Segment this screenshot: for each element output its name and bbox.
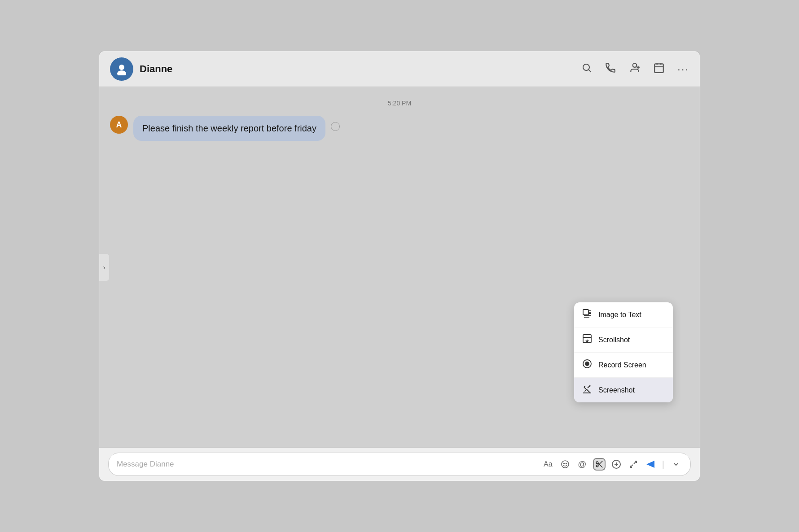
menu-item-record-screen[interactable]: Record Screen [574, 353, 673, 378]
menu-item-screenshot-label: Screenshot [598, 386, 635, 394]
svg-point-25 [562, 461, 569, 468]
scissors-icon[interactable] [593, 458, 606, 471]
sidebar-toggle[interactable]: › [99, 254, 109, 281]
time-label: 5:20 PM [99, 100, 700, 107]
emoji-icon[interactable] [559, 458, 571, 471]
message-placeholder[interactable]: Message Dianne [117, 460, 536, 469]
svg-point-0 [119, 65, 124, 70]
contact-avatar [110, 57, 133, 81]
image-to-text-icon [582, 309, 592, 321]
send-icon[interactable] [644, 458, 657, 471]
svg-point-1 [117, 70, 126, 75]
menu-item-screenshot[interactable]: Screenshot [574, 378, 673, 402]
contact-name: Dianne [140, 63, 172, 75]
add-user-icon[interactable] [629, 62, 641, 76]
chevron-down-icon[interactable] [670, 458, 682, 471]
message-input-area: Message Dianne Aa @ [99, 447, 700, 481]
scrollshot-icon [582, 334, 592, 346]
menu-item-scrollshot[interactable]: Scrollshot [574, 327, 673, 353]
svg-line-31 [598, 461, 602, 466]
svg-point-27 [566, 463, 566, 464]
record-screen-icon [582, 359, 592, 371]
message-row: A Please finish the weekly report before… [99, 116, 700, 141]
mention-icon[interactable]: @ [576, 458, 588, 471]
message-input-container[interactable]: Message Dianne Aa @ [108, 453, 691, 476]
menu-item-image-to-text[interactable]: Image to Text [574, 302, 673, 327]
svg-point-26 [563, 463, 564, 464]
screenshot-icon [582, 384, 592, 396]
search-icon[interactable] [581, 62, 592, 76]
context-menu: Image to Text Scrollshot [574, 302, 673, 402]
header: Dianne [99, 51, 700, 87]
app-window: Dianne [99, 51, 700, 481]
font-icon[interactable]: Aa [542, 458, 554, 471]
svg-line-30 [598, 463, 602, 467]
menu-item-image-to-text-label: Image to Text [598, 311, 641, 319]
menu-item-record-screen-label: Record Screen [598, 361, 646, 369]
message-status [331, 122, 340, 131]
svg-point-21 [585, 362, 589, 366]
sender-avatar: A [110, 116, 128, 134]
menu-item-scrollshot-label: Scrollshot [598, 336, 630, 344]
header-actions: ··· [581, 62, 689, 76]
calendar-icon[interactable] [653, 62, 665, 76]
svg-rect-7 [654, 64, 663, 73]
chat-area: › 5:20 PM A Please finish the weekly rep… [99, 87, 700, 447]
expand-icon[interactable] [627, 458, 640, 471]
chevron-right-icon: › [103, 264, 105, 271]
svg-line-3 [588, 70, 591, 72]
svg-marker-37 [646, 461, 654, 468]
svg-point-4 [633, 63, 637, 67]
add-icon[interactable] [610, 458, 623, 471]
divider: | [662, 459, 664, 470]
svg-rect-11 [583, 310, 588, 315]
input-toolbar: Aa @ [542, 458, 682, 471]
svg-point-2 [583, 64, 589, 70]
more-icon[interactable]: ··· [677, 63, 689, 75]
call-icon[interactable] [605, 62, 616, 76]
message-bubble: Please finish the weekly report before f… [133, 116, 325, 141]
